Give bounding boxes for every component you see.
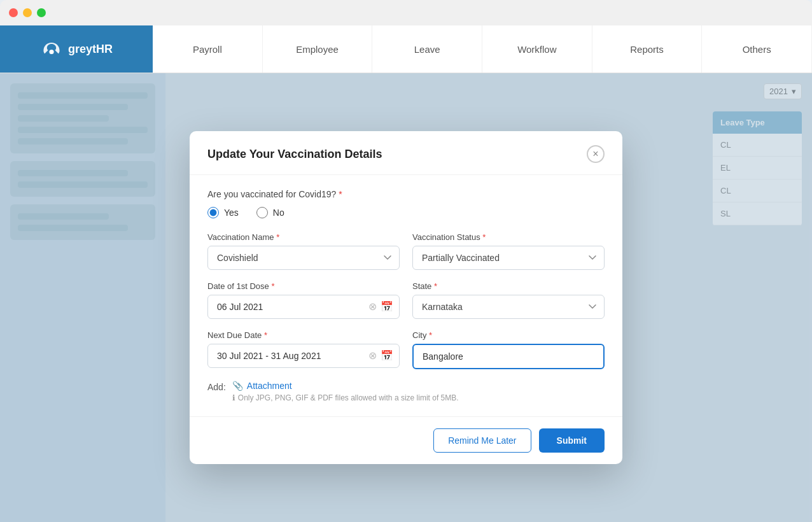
nav-item-payroll[interactable]: Payroll (153, 25, 263, 73)
attachment-hint: ℹ Only JPG, PNG, GIF & PDF files allowed… (232, 393, 459, 402)
minimize-dot[interactable] (23, 8, 32, 17)
next-due-calendar-icon[interactable]: 📅 (381, 351, 393, 361)
logo-text: greytHR (68, 43, 113, 56)
vaccination-question: Are you vaccinated for Covid19? * (207, 189, 605, 199)
state-group: State * Karnataka Maharashtra Tamil Nadu… (412, 281, 605, 319)
form-row-2: Date of 1st Dose * ⊗ 📅 (207, 281, 605, 319)
next-due-date-group: Next Due Date * ⊗ 📅 (207, 330, 400, 369)
dose1-date-group: Date of 1st Dose * ⊗ 📅 (207, 281, 400, 319)
dose1-date-icons: ⊗ 📅 (368, 302, 393, 312)
next-due-date-label: Next Due Date * (207, 330, 400, 340)
nav-item-leave[interactable]: Leave (372, 25, 482, 73)
nav-item-workflow[interactable]: Workflow (482, 25, 592, 73)
required-marker: * (339, 189, 342, 199)
state-label: State * (412, 281, 605, 291)
city-label: City * (412, 330, 605, 340)
modal-footer: Remind Me Later Submit (190, 416, 622, 464)
remind-later-button[interactable]: Remind Me Later (433, 428, 531, 453)
dose1-date-wrapper: ⊗ 📅 (207, 295, 400, 319)
next-due-date-wrapper: ⊗ 📅 (207, 344, 400, 368)
modal-header: Update Your Vaccination Details × (190, 131, 622, 175)
main-content: 2021 ▾ Leave Type CL EL CL SL Update You… (0, 73, 812, 522)
next-due-date-icons: ⊗ 📅 (368, 351, 393, 361)
nav-item-employee[interactable]: Employee (263, 25, 373, 73)
no-radio-input[interactable] (256, 207, 268, 218)
next-due-clear-icon[interactable]: ⊗ (368, 351, 377, 361)
vaccination-name-group: Vaccination Name * Covishield Covaxin Sp… (207, 232, 400, 270)
close-icon: × (592, 149, 598, 159)
attachment-label: Attachment (247, 381, 292, 391)
maximize-dot[interactable] (37, 8, 46, 17)
dose1-clear-icon[interactable]: ⊗ (368, 302, 377, 312)
nav-item-others[interactable]: Others (702, 25, 812, 73)
city-group: City * (412, 330, 605, 369)
nav-item-reports[interactable]: Reports (592, 25, 703, 73)
form-row-1: Vaccination Name * Covishield Covaxin Sp… (207, 232, 605, 270)
attachment-icon: 📎 (232, 381, 243, 391)
yes-radio-input[interactable] (207, 207, 219, 218)
nav-items: Payroll Employee Leave Workflow Reports … (153, 25, 812, 73)
modal-title: Update Your Vaccination Details (207, 148, 382, 161)
vaccinated-radio-group: Yes No (207, 207, 605, 218)
submit-button[interactable]: Submit (539, 428, 605, 453)
top-nav: greytHR Payroll Employee Leave Workflow … (0, 25, 812, 73)
attachment-link[interactable]: 📎 Attachment (232, 381, 459, 391)
yes-radio-label[interactable]: Yes (207, 207, 239, 218)
city-input[interactable] (412, 344, 605, 369)
dose1-calendar-icon[interactable]: 📅 (381, 302, 393, 312)
form-row-3: Next Due Date * ⊗ 📅 (207, 330, 605, 369)
vaccination-modal: Update Your Vaccination Details × Are yo… (190, 131, 622, 464)
modal-close-button[interactable]: × (587, 145, 605, 163)
window-chrome (0, 0, 812, 25)
vaccination-status-select[interactable]: Partially Vaccinated Fully Vaccinated No… (412, 246, 605, 270)
vaccination-status-group: Vaccination Status * Partially Vaccinate… (412, 232, 605, 270)
vaccination-name-label: Vaccination Name * (207, 232, 400, 242)
svg-point-0 (49, 50, 53, 54)
close-dot[interactable] (9, 8, 18, 17)
vaccination-name-select[interactable]: Covishield Covaxin Sputnik V Other (207, 246, 400, 270)
modal-body: Are you vaccinated for Covid19? * Yes No (190, 175, 622, 416)
dose1-date-label: Date of 1st Dose * (207, 281, 400, 291)
modal-overlay: Update Your Vaccination Details × Are yo… (0, 73, 812, 522)
logo-icon (40, 38, 63, 60)
app-logo: greytHR (0, 25, 153, 73)
attachment-row: Add: 📎 Attachment ℹ Only JPG, PNG, GIF &… (207, 381, 605, 402)
info-icon: ℹ (232, 393, 235, 402)
no-radio-label[interactable]: No (256, 207, 284, 218)
vaccination-status-label: Vaccination Status * (412, 232, 605, 242)
add-label: Add: (207, 381, 226, 392)
attachment-content: 📎 Attachment ℹ Only JPG, PNG, GIF & PDF … (232, 381, 459, 402)
state-select[interactable]: Karnataka Maharashtra Tamil Nadu Delhi (412, 295, 605, 319)
